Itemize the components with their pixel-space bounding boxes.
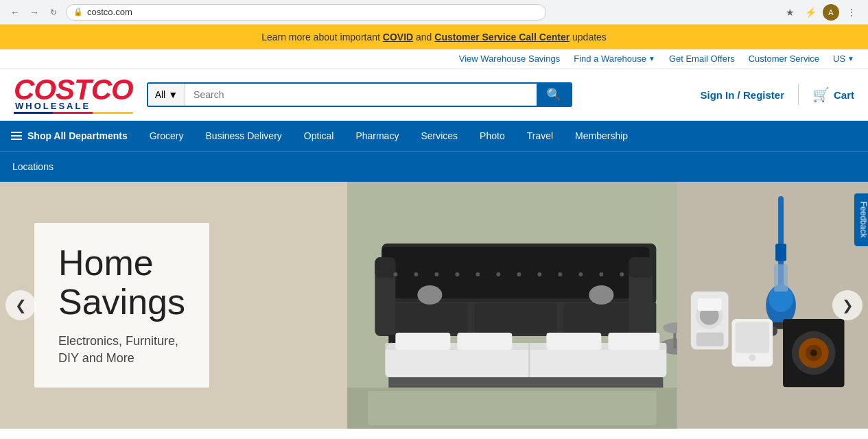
- feedback-tab[interactable]: Feedback: [855, 193, 868, 246]
- refresh-button[interactable]: ↻: [47, 5, 60, 19]
- menu-button[interactable]: ⋮: [843, 4, 860, 21]
- search-category-label: All: [155, 89, 166, 100]
- announcement-text-after: updates: [572, 32, 607, 43]
- cart-label: Cart: [834, 89, 854, 101]
- svg-point-18: [455, 272, 459, 276]
- hamburger-icon: [11, 132, 22, 140]
- all-departments-label: Shop All Departments: [27, 130, 128, 141]
- svg-rect-51: [774, 264, 788, 292]
- nav-item-photo[interactable]: Photo: [469, 121, 516, 151]
- svg-rect-64: [735, 322, 769, 353]
- main-nav: Shop All Departments Grocery Business De…: [0, 121, 868, 151]
- divider: [798, 84, 799, 105]
- hero-products-image: [347, 182, 677, 429]
- svg-point-22: [537, 272, 541, 276]
- announcement-banner: Learn more about important COVID and Cus…: [0, 25, 868, 49]
- nav-item-all-departments[interactable]: Shop All Departments: [0, 121, 139, 151]
- nav-item-membership[interactable]: Membership: [564, 121, 639, 151]
- customer-service-link[interactable]: Customer Service: [749, 54, 819, 64]
- svg-point-31: [589, 285, 613, 305]
- country-selector[interactable]: US ▼: [833, 54, 854, 64]
- lock-icon: 🔒: [73, 8, 83, 16]
- hero-text-section: HomeSavings Electronics, Furniture,DIY a…: [0, 182, 347, 429]
- hero-title: HomeSavings: [58, 244, 185, 322]
- svg-rect-5: [474, 303, 556, 333]
- svg-rect-8: [375, 257, 395, 278]
- chevron-down-icon: ▼: [847, 55, 854, 62]
- svg-rect-37: [457, 333, 512, 350]
- logo-lines: [14, 112, 133, 114]
- svg-rect-38: [546, 333, 601, 350]
- carousel-prev-button[interactable]: ❮: [5, 290, 36, 320]
- svg-point-16: [414, 272, 418, 276]
- forward-button[interactable]: →: [27, 5, 41, 19]
- search-category-dropdown[interactable]: All ▼: [148, 84, 185, 106]
- chevron-down-icon: ▼: [648, 55, 655, 62]
- logo[interactable]: COSTCO WHOLESALE: [14, 75, 133, 114]
- svg-rect-62: [698, 298, 722, 311]
- svg-point-23: [558, 272, 562, 276]
- svg-point-19: [476, 272, 480, 276]
- header-actions: Sign In / Register 🛒 Cart: [700, 84, 854, 105]
- profile-avatar[interactable]: A: [823, 4, 839, 21]
- header: COSTCO WHOLESALE All ▼ 🔍 Sign In / Regis…: [0, 69, 868, 121]
- svg-point-21: [517, 272, 521, 276]
- nav-item-optical[interactable]: Optical: [293, 121, 345, 151]
- cart-icon: 🛒: [812, 86, 830, 103]
- svg-point-17: [434, 272, 438, 276]
- svg-point-24: [578, 272, 583, 276]
- cart-button[interactable]: 🛒 Cart: [812, 86, 854, 103]
- logo-costco-text: COSTCO: [14, 75, 133, 104]
- svg-rect-10: [629, 257, 653, 278]
- search-icon: 🔍: [546, 87, 561, 102]
- svg-point-30: [417, 285, 442, 305]
- url-text: costco.com: [87, 7, 132, 17]
- hero-product-section: [347, 182, 677, 429]
- nav-item-business-delivery[interactable]: Business Delivery: [195, 121, 293, 151]
- search-bar[interactable]: All ▼ 🔍: [147, 82, 572, 107]
- get-email-offers-link[interactable]: Get Email Offers: [669, 54, 735, 64]
- search-button[interactable]: 🔍: [537, 84, 571, 106]
- nav-item-services[interactable]: Services: [410, 121, 469, 151]
- svg-rect-43: [368, 391, 656, 425]
- svg-rect-39: [608, 333, 659, 350]
- address-bar[interactable]: 🔒 costco.com: [66, 4, 546, 21]
- bookmark-button[interactable]: ★: [782, 4, 798, 21]
- search-input[interactable]: [185, 84, 537, 106]
- view-warehouse-savings-link[interactable]: View Warehouse Savings: [459, 54, 560, 64]
- hero-text-box: HomeSavings Electronics, Furniture,DIY a…: [34, 223, 209, 388]
- svg-rect-36: [395, 333, 450, 350]
- nav-item-locations[interactable]: Locations: [0, 152, 66, 182]
- svg-point-26: [620, 272, 624, 276]
- covid-link[interactable]: COVID: [383, 32, 413, 43]
- svg-point-20: [496, 272, 500, 276]
- chevron-down-icon: ▼: [168, 89, 178, 100]
- announcement-text-middle: and: [416, 32, 434, 43]
- nav-item-grocery[interactable]: Grocery: [139, 121, 195, 151]
- svg-rect-52: [775, 244, 786, 261]
- hero-banner: HomeSavings Electronics, Furniture,DIY a…: [0, 182, 868, 429]
- browser-chrome: ← → ↻ 🔒 costco.com ★ ⚡ A ⋮: [0, 0, 868, 25]
- nav-item-travel[interactable]: Travel: [516, 121, 564, 151]
- svg-point-15: [393, 272, 397, 276]
- svg-rect-4: [385, 303, 467, 333]
- browser-actions: ★ ⚡ A ⋮: [782, 4, 860, 21]
- hero-subtitle: Electronics, Furniture,DIY and More: [58, 333, 185, 367]
- signin-link[interactable]: Sign In / Register: [700, 89, 784, 101]
- announcement-text-before: Learn more about important: [261, 32, 383, 43]
- find-warehouse-link[interactable]: Find a Warehouse ▼: [574, 54, 655, 64]
- extensions-button[interactable]: ⚡: [802, 4, 819, 21]
- svg-rect-61: [696, 333, 724, 346]
- back-button[interactable]: ←: [8, 5, 22, 19]
- carousel-next-button[interactable]: ❯: [832, 290, 863, 320]
- nav-item-pharmacy[interactable]: Pharmacy: [344, 121, 410, 151]
- utility-nav: View Warehouse Savings Find a Warehouse …: [0, 49, 868, 69]
- svg-point-65: [749, 355, 755, 361]
- customer-service-call-center-link[interactable]: Customer Service Call Center: [434, 32, 570, 43]
- svg-point-57: [810, 350, 817, 357]
- secondary-nav: Locations: [0, 151, 868, 182]
- logo-wholesale-text: WHOLESALE: [14, 102, 133, 110]
- svg-point-25: [599, 272, 603, 276]
